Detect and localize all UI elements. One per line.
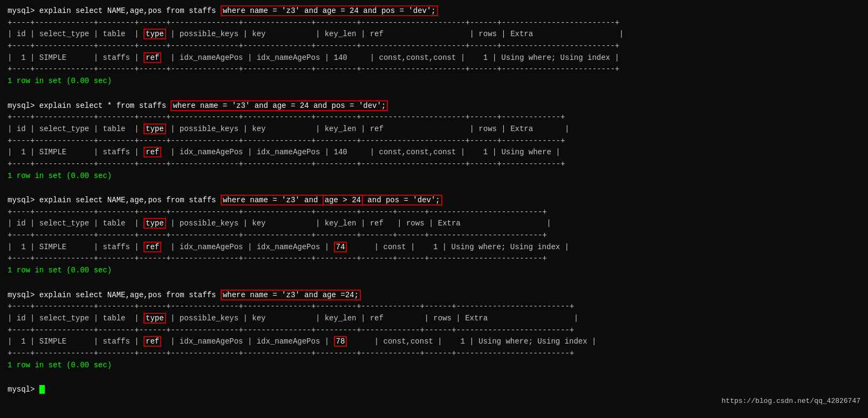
type-value-1: ref <box>143 52 161 63</box>
terminal: mysql> explain select NAME,age,pos from … <box>8 5 860 405</box>
sep2-3: +----+-------------+--------+------+----… <box>8 230 860 242</box>
header-1: | id | select_type | table | type | poss… <box>8 29 860 40</box>
query-block-3: mysql> explain select NAME,age,pos from … <box>8 195 860 277</box>
type-header-1: type <box>143 29 166 39</box>
sep1-4: +----+-------------+--------+------+----… <box>8 301 860 313</box>
type-header-4: type <box>143 313 166 324</box>
type-value-3: ref <box>143 242 161 252</box>
type-header-2: type <box>143 124 166 134</box>
where-clause-2: where name = 'z3' and age = 24 and pos =… <box>170 100 388 111</box>
query-line-4: mysql> explain select NAME,age,pos from … <box>8 290 860 301</box>
data-row-3: | 1 | SIMPLE | staffs | ref | idx_nameAg… <box>8 242 860 253</box>
data-row-2: | 1 | SIMPLE | staffs | ref | idx_nameAg… <box>8 147 860 159</box>
sep2-2: +----+-------------+--------+------+----… <box>8 135 860 147</box>
sep1-1: +----+-------------+--------+------+----… <box>8 17 860 29</box>
row-count-3: 1 row in set (0.00 sec) <box>8 265 860 277</box>
empty-1 <box>8 88 860 100</box>
sep1-3: +----+-------------+--------+------+----… <box>8 207 860 218</box>
query-block-2: mysql> explain select * from staffs wher… <box>8 100 860 182</box>
prompt-text-3: mysql> explain select NAME,age,pos from … <box>8 196 221 204</box>
sep3-4: +----+-------------+--------+------+----… <box>8 348 860 360</box>
query-block-4: mysql> explain select NAME,age,pos from … <box>8 290 860 372</box>
sep1-2: +----+-------------+--------+------+----… <box>8 112 860 124</box>
row-count-2: 1 row in set (0.00 sec) <box>8 170 860 182</box>
data-row-4: | 1 | SIMPLE | staffs | ref | idx_nameAg… <box>8 336 860 348</box>
sep3-1: +----+-------------+--------+------+----… <box>8 64 860 76</box>
type-header-3: type <box>143 218 166 229</box>
where-clause-4: where name = 'z3' and age =24; <box>221 290 361 300</box>
final-prompt: mysql> <box>8 384 860 396</box>
query-line-2: mysql> explain select * from staffs wher… <box>8 100 860 112</box>
query-block-1: mysql> explain select NAME,age,pos from … <box>8 5 860 87</box>
age-gt-clause: age > 24 <box>323 195 363 205</box>
keylen-value-3: 74 <box>334 242 347 252</box>
cursor <box>39 385 45 394</box>
url-attribution: https://blog.csdn.net/qq_42826747 <box>8 397 860 405</box>
prompt-text-2: mysql> explain select * from staffs <box>8 101 170 110</box>
header-3: | id | select_type | table | type | poss… <box>8 218 860 230</box>
empty-4 <box>8 372 860 384</box>
header-2: | id | select_type | table | type | poss… <box>8 124 860 135</box>
type-value-4: ref <box>143 336 161 347</box>
empty-3 <box>8 278 860 290</box>
prompt-text-4: mysql> explain select NAME,age,pos from … <box>8 291 221 299</box>
sep3-2: +----+-------------+--------+------+----… <box>8 159 860 170</box>
prompt-text: mysql> explain select NAME,age,pos from … <box>8 6 221 15</box>
row-count-4: 1 row in set (0.00 sec) <box>8 360 860 372</box>
query-line-3: mysql> explain select NAME,age,pos from … <box>8 195 860 207</box>
where-clause-1: where name = 'z3' and age = 24 and pos =… <box>221 5 438 16</box>
sep2-1: +----+-------------+--------+------+----… <box>8 40 860 52</box>
keylen-value-4: 78 <box>334 336 347 347</box>
sep3-3: +----+-------------+--------+------+----… <box>8 253 860 265</box>
extra-using-where: Using where <box>501 148 551 156</box>
sep2-4: +----+-------------+--------+------+----… <box>8 325 860 337</box>
empty-2 <box>8 183 860 195</box>
row-count-1: 1 row in set (0.00 sec) <box>8 76 860 87</box>
where-clause-3a: where name = 'z3' and age > 24 and pos =… <box>221 195 442 205</box>
query-line-1: mysql> explain select NAME,age,pos from … <box>8 5 860 17</box>
data-row-1: | 1 | SIMPLE | staffs | ref | idx_nameAg… <box>8 52 860 64</box>
type-value-2: ref <box>143 147 161 157</box>
header-4: | id | select_type | table | type | poss… <box>8 313 860 325</box>
